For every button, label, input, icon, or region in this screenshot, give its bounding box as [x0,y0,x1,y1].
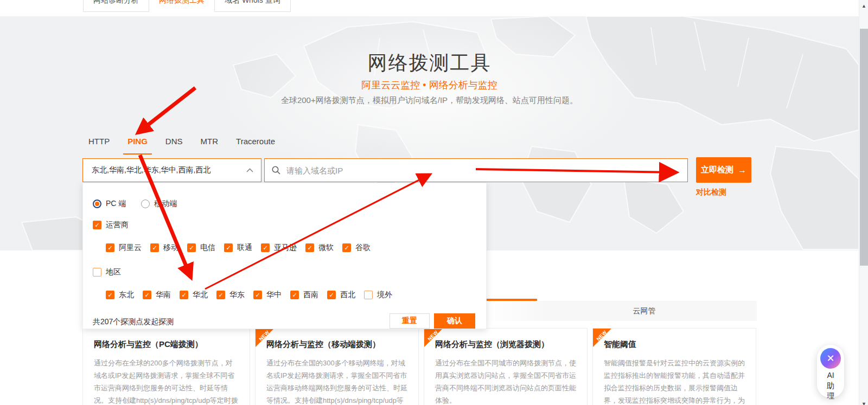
feature-card-pc[interactable]: 网络分析与监控（PC端拨测） 通过分布在全球的200多个网络拨测节点，对域名或I… [82,328,250,405]
carrier-label: 联通 [237,243,252,253]
device-option-label: 移动端 [154,199,177,209]
checkbox-checked-icon[interactable] [305,243,314,252]
region-label: 东北 [119,290,134,300]
top-tab-site-diagnosis[interactable]: 网站诊断分析 [83,0,149,12]
carrier-label: 亚马逊 [274,243,297,253]
ai-assistant-icon[interactable]: ✕ [820,348,841,369]
carrier-mobile[interactable]: 移动 [150,243,178,253]
protocol-tab-http[interactable]: HTTP [88,137,110,148]
checkbox-checked-icon[interactable] [290,291,299,299]
probe-count-summary: 共207个探测点发起探测 [93,317,174,327]
checkbox-checked-icon[interactable] [261,243,270,252]
carrier-label: 电信 [200,243,215,253]
carrier-label: 移动 [163,243,178,253]
checkbox-checked-icon[interactable] [143,291,151,299]
protocol-tab-mtr[interactable]: MTR [201,137,219,148]
device-option-pc[interactable]: PC 端 [93,199,126,209]
region-northwest[interactable]: 西北 [327,290,355,300]
compare-detect-link[interactable]: 对比检测 [696,188,726,197]
protocol-tab-ping[interactable]: PING [127,137,148,148]
region-overseas[interactable]: 境外 [364,290,392,300]
device-option-mobile[interactable]: 移动端 [141,199,177,209]
feature-card-smart-threshold[interactable]: NEW 智能阈值 智能阈值报警是针对云监控中的云资源实例的监控指标推出的智能报警… [592,328,756,405]
carrier-label: 微软 [318,243,334,253]
region-label: 西北 [340,290,355,300]
checkbox-checked-icon[interactable] [93,221,101,229]
checkbox-unchecked-icon[interactable] [93,268,101,277]
radio-unselected-icon[interactable] [141,200,150,208]
detect-button[interactable]: 立即检测 → [696,157,751,183]
region-group-label: 地区 [106,267,121,277]
top-tab-bar: 网站诊断分析 网络拨测工具 域名 Whois 查询 [83,0,291,12]
feature-cards: 网络分析与监控（PC端拨测） 通过分布在全球的200多个网络拨测节点，对域名或I… [82,328,756,405]
carrier-group-label: 运营商 [106,220,129,230]
protocol-tab-traceroute[interactable]: Traceroute [236,137,275,148]
region-south[interactable]: 华南 [143,290,171,300]
node-picker-panel: PC 端 移动端 运营商 阿里云 移动 电信 联通 亚马逊 微软 谷歌 地区 东… [82,183,487,329]
confirm-button[interactable]: 确认 [434,313,475,329]
tab-cloud-network-manager[interactable]: 云网管 [532,301,757,321]
feature-card-browser[interactable]: NEW 网络分析与监控（浏览器拨测） 通过分布在全国不同城市的网络拨测节点，使用… [424,328,588,405]
checkbox-checked-icon[interactable] [187,243,196,252]
region-label: 华北 [193,290,208,300]
region-label: 华南 [156,290,171,300]
reset-button[interactable]: 重置 [390,313,430,329]
protocol-tab-bar: HTTP PING DNS MTR Traceroute [88,137,275,148]
page-title: 网络拨测工具 [0,50,859,76]
scroll-up-icon[interactable]: ▲ [859,3,868,9]
card-body: 通过分布在全球的200多个网络拨测节点，对域名或IP发起网络拨测请求，掌握全球不… [94,357,239,405]
scrollbar[interactable]: ▲ ▼ [859,0,868,405]
card-title: 智能阈值 [604,339,745,350]
card-title: 网络分析与监控（PC端拨测） [94,339,239,350]
checkbox-checked-icon[interactable] [180,291,188,299]
panel-buttons: 重置 确认 [390,313,475,329]
checkbox-checked-icon[interactable] [224,243,233,252]
region-label: 境外 [377,290,392,300]
scroll-down-icon[interactable]: ▼ [859,401,868,405]
card-body: 通过分布在全国不同城市的网络拨测节点，使用真实浏览器访问站点，掌握全国不同省市运… [435,357,576,405]
region-select[interactable]: 东北,华南,华北,华东,华中,西南,西北 [82,158,261,182]
carrier-google[interactable]: 谷歌 [342,243,371,253]
region-north[interactable]: 华北 [180,290,208,300]
top-tab-network-detect[interactable]: 网络拨测工具 [149,0,215,12]
scrollbar-thumb[interactable] [860,29,868,266]
checkbox-checked-icon[interactable] [342,243,351,252]
radio-selected-icon[interactable] [93,200,101,208]
checkbox-unchecked-icon[interactable] [364,291,373,299]
region-select-value: 东北,华南,华北,华东,华中,西南,西北 [92,165,246,175]
top-tab-whois[interactable]: 域名 Whois 查询 [215,0,291,12]
checkbox-checked-icon[interactable] [216,291,225,299]
region-central[interactable]: 华中 [253,290,282,300]
region-label: 华东 [229,290,245,300]
region-southwest[interactable]: 西南 [290,290,318,300]
chevron-up-icon [246,168,253,172]
protocol-tab-dns[interactable]: DNS [165,137,183,148]
page-subtitle: 阿里云云监控 • 网络分析与监控 [0,79,859,92]
card-title: 网络分析与监控（浏览器拨测） [435,339,576,350]
carrier-aliyun[interactable]: 阿里云 [106,243,142,253]
arrow-right-icon: → [738,165,746,175]
carrier-label: 阿里云 [119,243,142,253]
ai-assistant-label: AI 助 理 [827,370,834,401]
carrier-amazon[interactable]: 亚马逊 [261,243,297,253]
card-body: 通过分布在全国的300多个移动网终端，对域名或IP发起网络拨测请求，掌握全国不同… [266,357,407,405]
search-box [264,158,688,182]
ai-assistant-widget[interactable]: ✕ AI 助 理 [817,345,844,398]
card-body: 智能阈值报警是针对云监控中的云资源实例的监控指标推出的智能报警功能，其自动适配并… [604,357,745,405]
carrier-unicom[interactable]: 联通 [224,243,252,253]
region-east[interactable]: 华东 [216,290,245,300]
region-group-checkbox[interactable]: 地区 [93,267,121,277]
carrier-microsoft[interactable]: 微软 [305,243,334,253]
feature-card-mobile[interactable]: NEW 网络分析与监控（移动端拨测） 通过分布在全国的300多个移动网终端，对域… [255,328,419,405]
card-title: 网络分析与监控（移动端拨测） [266,339,407,350]
carrier-label: 谷歌 [355,243,371,253]
checkbox-checked-icon[interactable] [150,243,159,252]
checkbox-checked-icon[interactable] [253,291,262,299]
checkbox-checked-icon[interactable] [106,291,114,299]
carrier-group-checkbox[interactable]: 运营商 [93,220,129,230]
region-northeast[interactable]: 东北 [106,290,134,300]
domain-input[interactable] [286,166,681,175]
checkbox-checked-icon[interactable] [327,291,336,299]
carrier-telecom[interactable]: 电信 [187,243,215,253]
checkbox-checked-icon[interactable] [106,243,114,252]
